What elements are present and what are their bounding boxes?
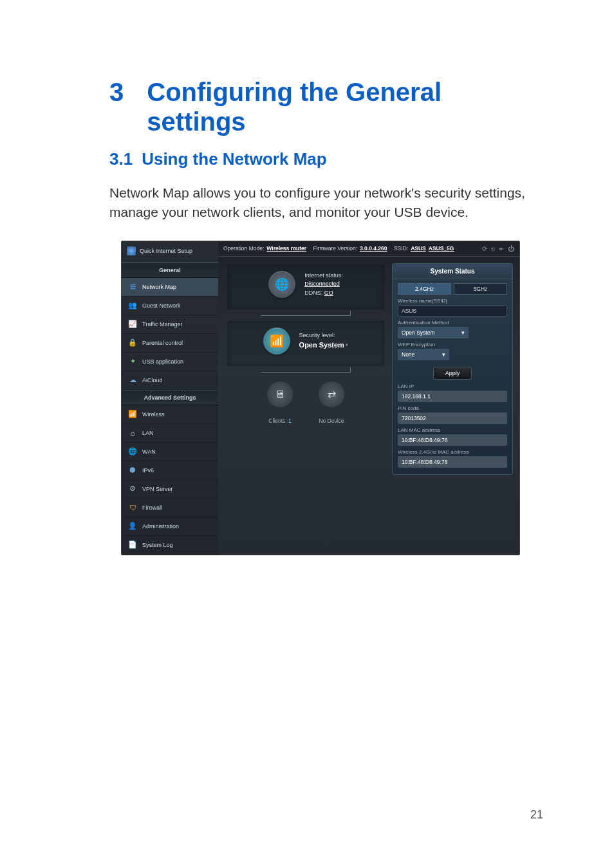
sidebar-item-lan[interactable]: ⌂LAN [122,424,218,443]
tab-5ghz[interactable]: 5GHz [454,283,507,295]
clients-row: 🖥 Clients: 1 ⇄ No Device [227,378,384,424]
ssid-value-2[interactable]: ASUS_5G [429,245,454,252]
pin-value: 72013502 [398,412,507,424]
nav-header-advanced: Advanced Settings [122,390,218,405]
chapter-title: Configuring the General settings [147,77,543,136]
ni-traffic-icon: 📈 [128,320,137,329]
system-status-box: System Status 2.4GHz 5GHz Wireless name(… [392,263,513,475]
lan-ip-label: LAN IP [398,383,507,389]
security-card[interactable]: 📶 Security level: Open System ᵃ [227,321,384,366]
sidebar-item-administration[interactable]: 👤Administration [122,517,218,536]
refresh-icon[interactable]: ⟳ [482,245,487,252]
sidebar-item-firewall[interactable]: 🛡Firewall [122,499,218,517]
ddns-value[interactable]: GO [324,290,333,296]
sidebar-item-label: Parental control [142,340,183,346]
auth-field-label: Authentication Method [398,320,507,326]
ni-admin-icon: 👤 [128,522,137,531]
ssid-value-1[interactable]: ASUS [411,245,426,252]
auth-select[interactable]: Open System ▾ [398,327,469,338]
center-panel: 🌐 Internet status: Disconnected DDNS: GO… [218,257,392,555]
sidebar-item-label: Traffic Manager [142,321,183,328]
clients-count: 1 [288,418,292,424]
sidebar-item-label: Administration [142,523,179,530]
arrow-icon[interactable]: ↞ [499,245,504,252]
ssid-field-label: Wireless name(SSID) [398,298,507,304]
ni-wireless-icon: 📶 [128,410,137,419]
pin-label: PIN code [398,405,507,411]
sidebar-item-label: WAN [142,448,156,455]
usb-card[interactable]: ⇄ No Device [319,382,344,424]
sidebar-item-wan[interactable]: 🌐WAN [122,443,218,461]
ni-lan-icon: ⌂ [128,429,137,438]
fw-value[interactable]: 3.0.0.4.260 [360,245,387,252]
sidebar-item-label: Wireless [142,411,165,418]
sidebar-item-network-map[interactable]: ⊞Network Map [122,278,218,297]
sidebar-item-aicloud[interactable]: ☁AiCloud [122,371,218,390]
sidebar-item-label: VPN Server [142,486,173,492]
auth-select-value: Open System [402,329,435,336]
lan-ip-value: 192.168.1.1 [398,391,507,402]
wand-icon [127,246,136,255]
sidebar-item-label: System Log [142,542,173,548]
sidebar: Quick Internet Setup General ⊞Network Ma… [122,241,218,555]
internet-status-label: Internet status: [304,272,343,279]
wl-mac-value: 10:BF:48:D8:49:78 [398,456,507,468]
chapter-heading: 3 Configuring the General settings [109,77,543,136]
sidebar-item-label: AiCloud [142,377,163,383]
internet-status-card[interactable]: 🌐 Internet status: Disconnected DDNS: GO [227,264,384,309]
internet-status-value: Disconnected [304,281,340,287]
sidebar-item-wireless[interactable]: 📶Wireless [122,405,218,424]
ni-firewall-icon: 🛡 [128,503,137,512]
chevron-down-icon: ▾ [461,329,465,336]
lan-mac-label: LAN MAC address [398,427,507,433]
sidebar-item-label: IPv6 [142,467,154,474]
topbar: Operation Mode: Wireless router Firmware… [218,241,519,257]
body-paragraph: Network Map allows you to configure your… [109,183,543,223]
sidebar-item-label: LAN [142,430,154,436]
sidebar-item-label: Firewall [142,504,162,511]
ni-usb-icon: ✦ [128,357,137,366]
router-icon: 📶 [263,328,290,355]
security-label: Security level: [299,332,335,338]
monitor-icon: 🖥 [267,382,293,407]
power-icon[interactable]: ⏻ [508,245,514,252]
section-title: Using the Network Map [142,149,326,169]
sidebar-item-system-log[interactable]: 📄System Log [122,536,218,555]
tab-24ghz[interactable]: 2.4GHz [398,283,451,295]
wep-select[interactable]: None ▾ [398,349,449,360]
page-number: 21 [530,808,543,822]
signal-icon[interactable]: ⎋ [491,245,495,252]
globe-icon: 🌐 [268,271,295,298]
chevron-down-icon: ▾ [442,351,445,358]
ssid-input[interactable]: ASUS [398,305,507,317]
security-suffix: ᵃ [346,342,348,349]
toolbar-icons: ⟳ ⎋ ↞ ⏻ [482,245,514,252]
ddns-label: DDNS: [304,290,322,296]
clients-card[interactable]: 🖥 Clients: 1 [267,382,293,424]
ssid-label: SSID: [394,245,408,252]
quick-internet-setup[interactable]: Quick Internet Setup [122,241,218,263]
clients-label: Clients: [268,418,286,424]
sidebar-item-traffic-manager[interactable]: 📈Traffic Manager [122,315,218,334]
sidebar-item-label: USB application [142,358,183,365]
lan-mac-value: 10:BF:48:D8:49:78 [398,434,507,446]
main-area: Operation Mode: Wireless router Firmware… [218,241,519,555]
security-value: Open System [299,341,344,349]
sidebar-item-vpn-server[interactable]: ⚙VPN Server [122,480,218,499]
ni-parent-icon: 🔒 [128,338,137,347]
op-mode-value[interactable]: Wireless router [266,245,306,252]
apply-button[interactable]: Apply [433,367,472,380]
sidebar-item-ipv6[interactable]: ⬢IPv6 [122,461,218,480]
sidebar-item-label: Guest Network [142,302,181,309]
system-status-title: System Status [393,264,512,279]
chapter-number: 3 [109,77,124,136]
sidebar-item-guest-network[interactable]: 👥Guest Network [122,297,218,315]
sidebar-item-label: Network Map [142,284,176,290]
ni-ipv6-icon: ⬢ [128,466,137,475]
ni-cloud-icon: ☁ [128,376,137,385]
section-heading: 3.1Using the Network Map [109,149,543,169]
fw-label: Firmware Version: [313,245,358,252]
ni-log-icon: 📄 [128,540,137,549]
sidebar-item-usb-application[interactable]: ✦USB application [122,353,218,371]
sidebar-item-parental-control[interactable]: 🔒Parental control [122,334,218,353]
